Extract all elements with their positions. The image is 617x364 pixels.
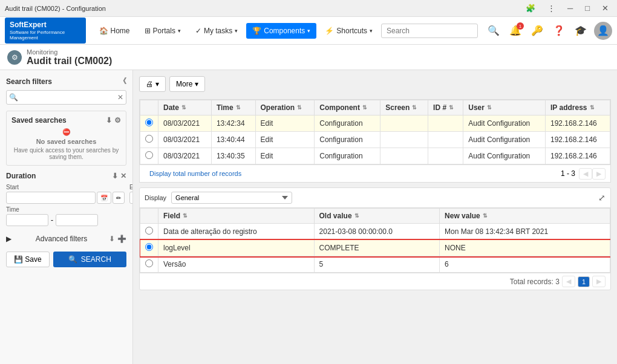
table-row[interactable]: 08/03/2021 13:40:44 Edit Configuration A… (140, 132, 610, 148)
row-radio[interactable] (145, 151, 153, 159)
row-radio[interactable] (145, 119, 153, 126)
bottom-prev-button[interactable]: ◀ (562, 276, 575, 287)
th-user[interactable]: User⇅ (463, 100, 546, 115)
cell-component: Configuration (315, 132, 380, 148)
cell-user: Audit Configuration (463, 148, 546, 164)
table-row[interactable]: 08/03/2021 13:40:35 Edit Configuration A… (140, 148, 610, 164)
close-button[interactable]: ✕ (598, 2, 612, 14)
notification-bell-button[interactable]: 🔔 1 (507, 22, 524, 39)
home-label: Home (111, 27, 130, 35)
table-row[interactable]: 08/03/2021 13:42:34 Edit Configuration A… (140, 115, 610, 132)
maximize-button[interactable]: □ (581, 2, 593, 14)
bottom-table-row[interactable]: logLevel COMPLETE NONE (140, 240, 610, 256)
save-duration-icon[interactable]: ⬇ (112, 172, 118, 180)
th-operation[interactable]: Operation⇅ (255, 100, 315, 115)
top-next-button[interactable]: ▶ (592, 168, 606, 180)
bottom-table-scroll: Field⇅ Old value⇅ New value⇅ Data de alt… (140, 208, 610, 273)
bottom-row-radio-cell[interactable] (140, 240, 158, 256)
display-row: Display General ⤢ (140, 188, 610, 208)
row-radio-cell[interactable] (140, 115, 158, 132)
row-radio-cell[interactable] (140, 148, 158, 164)
top-prev-button[interactable]: ◀ (579, 168, 592, 180)
save-filter-icon[interactable]: ⬇ (109, 235, 115, 243)
avatar[interactable]: 👤 (594, 22, 612, 40)
th-date[interactable]: Date⇅ (158, 100, 212, 115)
time-end-input[interactable] (56, 214, 98, 226)
bth-old-value[interactable]: Old value⇅ (314, 209, 440, 224)
advanced-filter-icons: ⬇ ➕ (109, 235, 126, 243)
th-component[interactable]: Component⇅ (315, 100, 380, 115)
bottom-table-row[interactable]: Versão 5 6 (140, 256, 610, 273)
bottom-footer: Total records: 3 ◀ 1 ▶ (140, 273, 610, 290)
bottom-row-radio-cell[interactable] (140, 224, 158, 240)
th-ip[interactable]: IP address⇅ (546, 100, 610, 115)
search-button[interactable]: 🔍 SEARCH (53, 252, 126, 267)
start-date-input[interactable]: 08/03/2021 (6, 192, 96, 204)
graduation-button[interactable]: 🎓 (572, 22, 589, 39)
th-screen[interactable]: Screen⇅ (380, 100, 428, 115)
portals-icon: ⊞ (145, 27, 151, 35)
components-button[interactable]: 🏆 Components ▾ (246, 23, 316, 39)
bottom-cell-field: Data de alteração do registro (158, 224, 315, 240)
bottom-cell-field: logLevel (158, 240, 315, 256)
bottom-row-radio[interactable] (145, 227, 153, 235)
clear-search-icon[interactable]: ✕ (117, 93, 123, 102)
puzzle-icon[interactable]: 🧩 (522, 2, 539, 14)
add-filter-icon[interactable]: ➕ (117, 235, 126, 243)
row-radio[interactable] (145, 135, 153, 143)
more-button[interactable]: More ▾ (169, 76, 205, 92)
row-radio-cell[interactable] (140, 132, 158, 148)
check-icon: ✓ (195, 27, 201, 35)
bth-field[interactable]: Field⇅ (158, 209, 315, 224)
expand-button[interactable]: ⤢ (598, 193, 606, 203)
cell-ip: 192.168.2.146 (546, 148, 610, 164)
advanced-filters-toggle[interactable]: ▶ Advanced filters ⬇ ➕ (6, 232, 126, 245)
cell-date: 08/03/2021 (158, 132, 212, 148)
bottom-row-radio-cell[interactable] (140, 256, 158, 273)
bth-new-value[interactable]: New value⇅ (440, 209, 610, 224)
bottom-row-radio[interactable] (145, 259, 153, 267)
print-icon: 🖨 (146, 80, 153, 88)
print-button[interactable]: 🖨 ▾ (139, 76, 166, 92)
time-start-input[interactable] (6, 214, 48, 226)
cell-operation: Edit (255, 115, 315, 132)
display-select[interactable]: General (171, 192, 292, 204)
menu-icon[interactable]: ⋮ (544, 2, 559, 14)
search-input[interactable]: audit configuration (6, 90, 126, 105)
shortcuts-button[interactable]: ⚡ Shortcuts ▾ (319, 23, 379, 39)
mytasks-button[interactable]: ✓ My tasks ▾ (189, 23, 244, 39)
help-circle-button[interactable]: ❓ (550, 22, 567, 39)
save-button[interactable]: 💾 Save (6, 252, 50, 267)
bottom-next-button[interactable]: ▶ (592, 276, 606, 287)
start-clear-button[interactable]: ✏ (113, 192, 125, 204)
bottom-page-num[interactable]: 1 (578, 276, 590, 287)
duration-title: Duration ⬇ ✕ (6, 172, 126, 180)
th-radio (140, 100, 158, 115)
trophy-icon: 🏆 (252, 27, 261, 35)
bottom-header-row: Field⇅ Old value⇅ New value⇅ (140, 209, 610, 224)
more-arrow: ▾ (195, 80, 198, 88)
gear-search-icon[interactable]: ⚙ (114, 116, 121, 125)
bottom-row-radio[interactable] (145, 243, 153, 251)
portals-button[interactable]: ⊞ Portals ▾ (139, 23, 187, 39)
start-label: Start (6, 184, 125, 190)
home-button[interactable]: 🏠 Home (93, 23, 136, 39)
duration-dates-row: Start 08/03/2021 📅 ✏ End 08/03/2021 📅 ✏ (6, 184, 126, 204)
logo: SoftExpert Software for Performance Mana… (5, 18, 86, 44)
collapse-icon[interactable]: 《 (119, 76, 126, 86)
records-link[interactable]: Display total number of records (145, 167, 561, 180)
clear-duration-icon[interactable]: ✕ (120, 172, 126, 180)
search-btn-label: SEARCH (81, 255, 111, 264)
search-icon-button[interactable]: 🔍 (485, 22, 502, 39)
start-calendar-button[interactable]: 📅 (97, 192, 111, 204)
minimize-button[interactable]: ─ (564, 2, 576, 14)
components-arrow: ▾ (307, 28, 310, 34)
bottom-table-row[interactable]: Data de alteração do registro 2021-03-08… (140, 224, 610, 240)
th-time[interactable]: Time⇅ (211, 100, 255, 115)
help-key-button[interactable]: 🔑 (529, 22, 546, 39)
global-search-input[interactable] (381, 24, 478, 38)
advanced-filters-label: Advanced filters (36, 235, 87, 243)
time-separator: - (51, 216, 53, 224)
save-search-icon[interactable]: ⬇ (106, 116, 112, 125)
th-id[interactable]: ID #⇅ (428, 100, 463, 115)
